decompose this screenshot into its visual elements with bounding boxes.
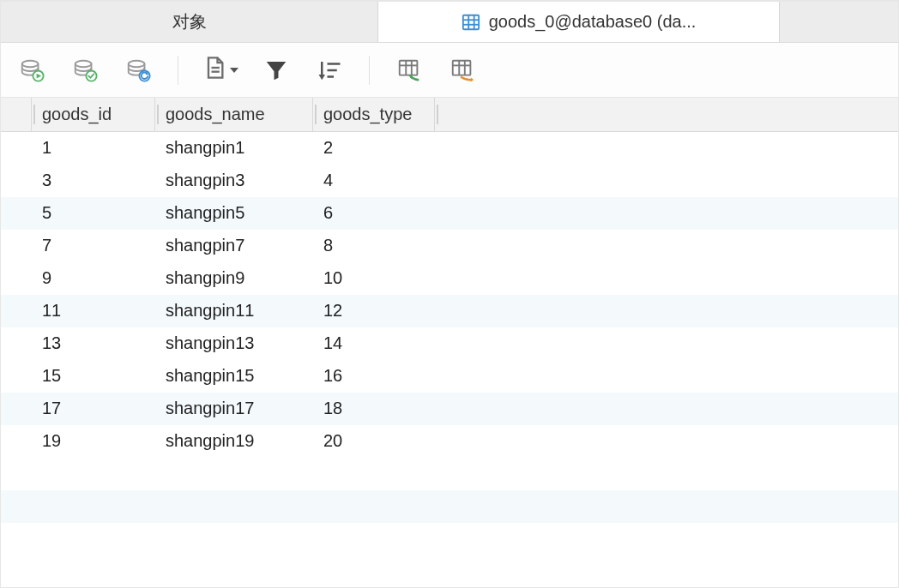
column-header-label: goods_name (166, 105, 265, 124)
cell-goods-type[interactable]: 20 (313, 425, 435, 457)
row-number-header[interactable] (1, 98, 32, 131)
cell-value: 20 (323, 431, 342, 451)
cell-goods-name[interactable]: shangpin9 (155, 262, 313, 294)
cell-value: shangpin11 (166, 301, 254, 321)
cell-goods-type[interactable]: 6 (313, 197, 435, 229)
cell-value: 18 (323, 399, 342, 418)
cell-goods-name[interactable]: shangpin3 (155, 165, 313, 196)
document-dropdown-button[interactable] (202, 56, 238, 84)
svg-point-5 (22, 60, 39, 67)
grid-import-button[interactable] (394, 55, 425, 86)
grid-export-button[interactable] (447, 55, 478, 86)
cell-goods-id[interactable]: 9 (32, 262, 155, 294)
cell-goods-name[interactable]: shangpin11 (155, 295, 313, 327)
cell-goods-name[interactable]: shangpin5 (155, 197, 313, 229)
svg-rect-0 (463, 15, 479, 29)
row-number-cell[interactable] (1, 262, 32, 294)
table-row[interactable]: 17shangpin1718 (1, 393, 898, 425)
row-number-cell[interactable] (1, 230, 32, 261)
cell-goods-name[interactable]: shangpin1 (155, 132, 313, 164)
cell-value: 10 (323, 268, 342, 288)
db-play-button[interactable] (16, 55, 47, 86)
table-row[interactable]: 13shangpin1314 (1, 327, 898, 360)
cell-value: 6 (323, 203, 333, 223)
column-header-goods-id[interactable]: goods_id (32, 98, 155, 131)
data-grid[interactable]: goods_id goods_name goods_type 1shangpin… (1, 98, 898, 587)
cell-goods-id[interactable]: 7 (32, 230, 155, 261)
cell-goods-id[interactable]: 11 (32, 295, 155, 327)
svg-marker-19 (319, 75, 326, 80)
cell-goods-id[interactable]: 15 (32, 360, 155, 392)
cell-value: 11 (42, 301, 61, 321)
table-row[interactable] (1, 458, 898, 490)
toolbar-separator (178, 56, 178, 85)
cell-goods-id[interactable]: 17 (32, 393, 155, 424)
cell-value: shangpin1 (166, 138, 244, 158)
table-row[interactable]: 7shangpin78 (1, 230, 898, 262)
sort-button[interactable] (314, 55, 345, 86)
svg-point-8 (75, 60, 92, 67)
cell-goods-name[interactable]: shangpin7 (155, 230, 313, 261)
table-header-row: goods_id goods_name goods_type (1, 98, 898, 132)
row-number-cell[interactable] (1, 327, 32, 359)
toolbar-separator (369, 56, 370, 85)
tab-table-goods0[interactable]: goods_0@database0 (da... (378, 2, 780, 42)
cell-goods-name[interactable]: shangpin13 (155, 327, 313, 359)
cell-goods-name[interactable]: shangpin15 (155, 360, 313, 392)
cell-goods-type[interactable]: 14 (313, 327, 435, 359)
cell-goods-type[interactable]: 2 (313, 132, 435, 164)
table-row[interactable]: 15shangpin1516 (1, 360, 898, 393)
table-row[interactable]: 11shangpin1112 (1, 295, 898, 327)
row-number-cell[interactable] (1, 425, 32, 457)
table-row[interactable]: 1shangpin12 (1, 132, 898, 165)
svg-rect-20 (400, 60, 418, 75)
cell-goods-id[interactable]: 5 (32, 197, 155, 229)
cell-value: 2 (323, 138, 333, 158)
column-resize-handle[interactable] (437, 105, 438, 124)
table-row[interactable]: 5shangpin56 (1, 197, 898, 230)
row-number-cell[interactable] (1, 197, 32, 229)
tab-objects[interactable]: 对象 (1, 2, 378, 42)
tab-table-label: goods_0@database0 (da... (489, 12, 697, 32)
cell-goods-type[interactable]: 8 (313, 230, 435, 261)
table-row[interactable]: 3shangpin34 (1, 165, 898, 197)
column-header-goods-name[interactable]: goods_name (155, 98, 313, 131)
cell-value: 9 (42, 268, 51, 288)
cell-goods-id[interactable]: 1 (32, 132, 155, 164)
cell-goods-type[interactable]: 12 (313, 295, 435, 327)
cell-goods-name[interactable]: shangpin19 (155, 425, 313, 457)
cell-goods-type[interactable]: 16 (313, 360, 435, 392)
table-row[interactable] (1, 490, 898, 523)
cell-goods-id[interactable]: 3 (32, 165, 155, 196)
row-number-cell[interactable] (1, 132, 32, 164)
column-resize-handle[interactable] (33, 105, 35, 124)
db-refresh-icon (125, 57, 151, 83)
cell-value: 5 (42, 203, 51, 223)
cell-goods-id[interactable]: 19 (32, 425, 155, 457)
table-row[interactable]: 19shangpin1920 (1, 425, 898, 458)
column-header-goods-type[interactable]: goods_type (313, 98, 435, 131)
cell-value: 14 (323, 333, 342, 353)
cell-goods-type[interactable]: 4 (313, 165, 435, 196)
cell-goods-id[interactable]: 13 (32, 327, 155, 359)
column-resize-handle[interactable] (157, 105, 159, 124)
row-number-cell[interactable] (1, 295, 32, 327)
svg-point-10 (129, 60, 145, 67)
cell-value: 1 (42, 138, 51, 158)
tab-objects-label: 对象 (172, 10, 207, 33)
cell-goods-type[interactable]: 18 (313, 393, 435, 424)
table-row[interactable]: 9shangpin910 (1, 262, 898, 295)
filter-button[interactable] (261, 55, 292, 86)
row-number-cell[interactable] (1, 165, 32, 196)
table-row[interactable] (1, 523, 898, 555)
db-check-button[interactable] (69, 55, 100, 86)
cell-value: 12 (323, 301, 342, 321)
db-refresh-button[interactable] (123, 55, 154, 86)
row-number-cell[interactable] (1, 393, 32, 424)
cell-goods-type[interactable]: 10 (313, 262, 435, 294)
db-play-icon (19, 57, 45, 83)
row-number-cell[interactable] (1, 360, 32, 392)
cell-goods-name[interactable]: shangpin17 (155, 393, 313, 424)
svg-rect-25 (453, 60, 471, 75)
column-resize-handle[interactable] (315, 105, 317, 124)
